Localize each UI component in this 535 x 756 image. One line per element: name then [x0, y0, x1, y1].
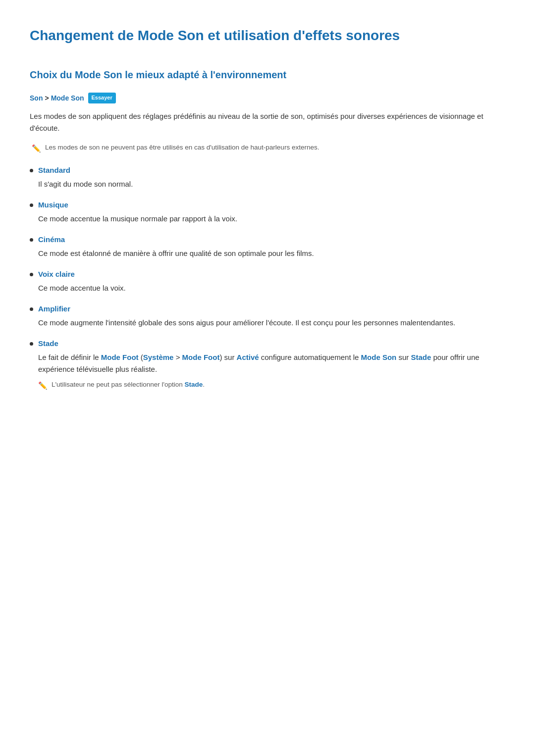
list-item-header: Amplifier — [30, 303, 505, 315]
stade-note: ✏️ L'utilisateur ne peut pas sélectionne… — [38, 379, 505, 392]
stade-note-text: L'utilisateur ne peut pas sélectionner l… — [52, 379, 205, 390]
stade-note-icon: ✏️ — [38, 380, 48, 392]
link-mode-son[interactable]: Mode Son — [361, 353, 397, 361]
section-title: Choix du Mode Son le mieux adapté à l'en… — [30, 67, 505, 83]
item-desc-musique: Ce mode accentue la musique normale par … — [38, 213, 505, 225]
list-item-header: Standard — [30, 164, 505, 176]
item-desc-standard: Il s'agit du mode son normal. — [38, 178, 505, 190]
item-title-musique: Musique — [38, 199, 68, 211]
list-item-header: Stade — [30, 338, 505, 350]
item-title-cinema: Cinéma — [38, 234, 65, 246]
sound-modes-list: Standard Il s'agit du mode son normal. M… — [30, 164, 505, 392]
bullet-icon — [30, 169, 33, 172]
bullet-icon — [30, 238, 33, 242]
bullet-icon — [30, 273, 33, 276]
link-mode-foot[interactable]: Mode Foot — [101, 353, 139, 361]
list-item: Voix claire Ce mode accentue la voix. — [30, 268, 505, 294]
item-desc-stade: Le fait de définir le Mode Foot (Système… — [38, 352, 505, 375]
link-stade[interactable]: Stade — [411, 353, 431, 361]
bullet-icon — [30, 342, 33, 346]
item-desc-amplifier: Ce mode augmente l'intensité globale des… — [38, 317, 505, 329]
item-desc-cinema: Ce mode est étalonné de manière à offrir… — [38, 248, 505, 259]
list-item: Cinéma Ce mode est étalonné de manière à… — [30, 234, 505, 259]
link-systeme[interactable]: Système — [143, 353, 174, 361]
item-title-standard: Standard — [38, 164, 70, 176]
intro-text: Les modes de son appliquent des réglages… — [30, 110, 505, 134]
breadcrumb-son[interactable]: Son — [30, 93, 43, 103]
note-icon: ✏️ — [32, 143, 41, 154]
breadcrumb-separator: > — [45, 93, 49, 103]
breadcrumb-mode-son[interactable]: Mode Son — [51, 93, 84, 103]
main-note: ✏️ Les modes de son ne peuvent pas être … — [32, 142, 505, 154]
item-title-stade: Stade — [38, 338, 58, 350]
page-title: Changement de Mode Son et utilisation d'… — [30, 25, 505, 47]
list-item-header: Voix claire — [30, 268, 505, 280]
list-item-header: Cinéma — [30, 234, 505, 246]
item-title-amplifier: Amplifier — [38, 303, 70, 315]
list-item: Stade Le fait de définir le Mode Foot (S… — [30, 338, 505, 392]
item-desc-voix-claire: Ce mode accentue la voix. — [38, 282, 505, 294]
list-item: Standard Il s'agit du mode son normal. — [30, 164, 505, 190]
main-note-text: Les modes de son ne peuvent pas être uti… — [45, 142, 319, 153]
essayer-badge[interactable]: Essayer — [88, 93, 116, 103]
link-mode-foot-2[interactable]: Mode Foot — [182, 353, 220, 361]
list-item: Amplifier Ce mode augmente l'intensité g… — [30, 303, 505, 329]
link-stade-note[interactable]: Stade — [185, 381, 203, 388]
link-active[interactable]: Activé — [237, 353, 259, 361]
breadcrumb: Son > Mode Son Essayer — [30, 93, 505, 103]
list-item: Musique Ce mode accentue la musique norm… — [30, 199, 505, 225]
bullet-icon — [30, 307, 33, 311]
item-title-voix-claire: Voix claire — [38, 268, 75, 280]
bullet-icon — [30, 203, 33, 207]
list-item-header: Musique — [30, 199, 505, 211]
